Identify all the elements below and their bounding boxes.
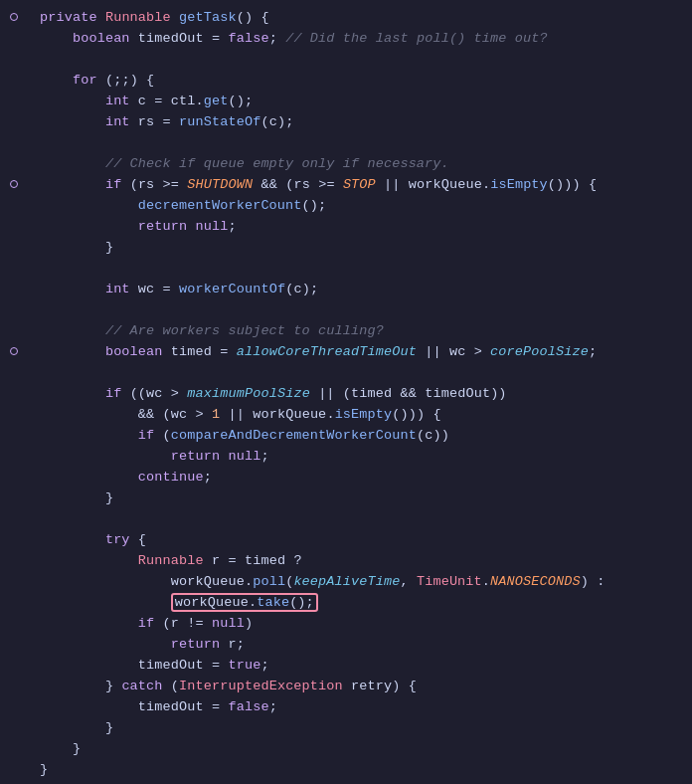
line-content: // Check if queue empty only if necessar… bbox=[32, 154, 676, 175]
code-line: decrementWorkerCount(); bbox=[0, 196, 692, 217]
code-line: } bbox=[0, 238, 692, 259]
code-line: timedOut = true; bbox=[0, 656, 692, 677]
line-content: // Are workers subject to culling? bbox=[32, 321, 676, 342]
line-content: if ((wc > maximumPoolSize || (timed && t… bbox=[32, 384, 676, 405]
line-content: workQueue.poll(keepAliveTime, TimeUnit.N… bbox=[32, 572, 676, 593]
line-content: if (rs >= SHUTDOWN && (rs >= STOP || wor… bbox=[32, 175, 676, 196]
code-line: if ((wc > maximumPoolSize || (timed && t… bbox=[0, 384, 692, 405]
line-content: boolean timedOut = false; // Did the las… bbox=[32, 29, 676, 50]
code-line: boolean timedOut = false; // Did the las… bbox=[0, 29, 692, 50]
code-line: if (rs >= SHUTDOWN && (rs >= STOP || wor… bbox=[0, 175, 692, 196]
code-line: return r; bbox=[0, 635, 692, 656]
code-line: private Runnable getTask() { bbox=[0, 8, 692, 29]
code-line: return null; bbox=[0, 217, 692, 238]
line-content: boolean timed = allowCoreThreadTimeOut |… bbox=[32, 342, 676, 363]
code-line: int rs = runStateOf(c); bbox=[0, 112, 692, 133]
gutter-17 bbox=[0, 347, 32, 355]
breakpoint-dot[interactable] bbox=[10, 180, 18, 188]
line-content: } catch (InterruptedException retry) { bbox=[32, 677, 676, 697]
code-line: } bbox=[0, 489, 692, 509]
code-line bbox=[0, 300, 692, 321]
line-content: } bbox=[32, 718, 676, 739]
code-line: try { bbox=[0, 530, 692, 551]
breakpoint-dot[interactable] bbox=[10, 13, 18, 21]
line-content: int wc = workerCountOf(c); bbox=[32, 280, 676, 300]
line-content: private Runnable getTask() { bbox=[32, 8, 676, 29]
code-line: } bbox=[0, 760, 692, 781]
line-content: return null; bbox=[32, 447, 676, 468]
line-content: try { bbox=[32, 530, 676, 551]
line-content: return null; bbox=[32, 217, 676, 238]
line-content: Runnable r = timed ? bbox=[32, 551, 676, 572]
code-line bbox=[0, 50, 692, 71]
code-line: } bbox=[0, 739, 692, 760]
code-line bbox=[0, 509, 692, 530]
highlighted-code: workQueue.take(); bbox=[171, 593, 318, 612]
code-line: boolean timed = allowCoreThreadTimeOut |… bbox=[0, 342, 692, 363]
code-line bbox=[0, 133, 692, 154]
code-line: continue; bbox=[0, 468, 692, 489]
code-line: Runnable r = timed ? bbox=[0, 551, 692, 572]
code-line: for (;;) { bbox=[0, 71, 692, 92]
line-content: && (wc > 1 || workQueue.isEmpty())) { bbox=[32, 405, 676, 426]
code-editor: private Runnable getTask() { boolean tim… bbox=[0, 0, 692, 784]
line-content: decrementWorkerCount(); bbox=[32, 196, 676, 217]
line-content: timedOut = false; bbox=[32, 697, 676, 718]
code-line: } catch (InterruptedException retry) { bbox=[0, 677, 692, 697]
line-content: int rs = runStateOf(c); bbox=[32, 112, 676, 133]
code-line: // Check if queue empty only if necessar… bbox=[0, 154, 692, 175]
code-line: int c = ctl.get(); bbox=[0, 92, 692, 112]
line-content: return r; bbox=[32, 635, 676, 656]
line-content: } bbox=[32, 489, 676, 509]
code-line: workQueue.take(); bbox=[0, 593, 692, 614]
line-content: if (compareAndDecrementWorkerCount(c)) bbox=[32, 426, 676, 447]
line-content: } bbox=[32, 739, 676, 760]
line-content: if (r != null) bbox=[32, 614, 676, 635]
code-line: timedOut = false; bbox=[0, 697, 692, 718]
line-content: } bbox=[32, 760, 676, 781]
gutter-1 bbox=[0, 13, 32, 21]
code-line: return null; bbox=[0, 447, 692, 468]
code-line: // Are workers subject to culling? bbox=[0, 321, 692, 342]
code-line: } bbox=[0, 718, 692, 739]
code-line bbox=[0, 363, 692, 384]
gutter-9 bbox=[0, 180, 32, 188]
code-line: int wc = workerCountOf(c); bbox=[0, 280, 692, 300]
line-content: } bbox=[32, 238, 676, 259]
line-content: continue; bbox=[32, 468, 676, 489]
code-line: if (compareAndDecrementWorkerCount(c)) bbox=[0, 426, 692, 447]
code-line bbox=[0, 259, 692, 280]
line-content: workQueue.take(); bbox=[32, 593, 676, 614]
line-content: int c = ctl.get(); bbox=[32, 92, 676, 112]
breakpoint-dot[interactable] bbox=[10, 347, 18, 355]
line-content: timedOut = true; bbox=[32, 656, 676, 677]
code-line: if (r != null) bbox=[0, 614, 692, 635]
code-line: && (wc > 1 || workQueue.isEmpty())) { bbox=[0, 405, 692, 426]
line-content: for (;;) { bbox=[32, 71, 676, 92]
code-line: workQueue.poll(keepAliveTime, TimeUnit.N… bbox=[0, 572, 692, 593]
